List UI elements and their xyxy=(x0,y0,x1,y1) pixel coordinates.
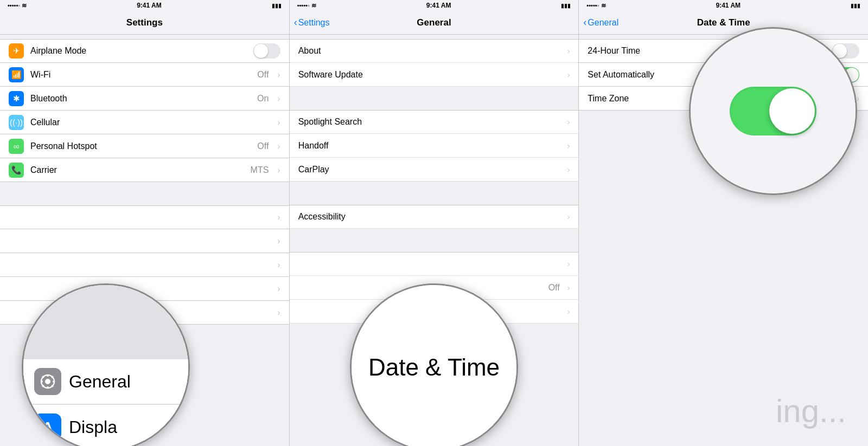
wifi-value: Off xyxy=(257,70,269,80)
wifi-chevron: › xyxy=(277,70,280,80)
handoff-chevron: › xyxy=(567,141,570,150)
spotlight-label: Spotlight Search xyxy=(298,117,560,127)
hotspot-icon: ∞ xyxy=(9,139,24,154)
panel-general: •••••◦ ≋ 9:41 AM ▮▮▮ ‹ Settings General … xyxy=(290,0,579,446)
panel-date-time: •••••◦ ≋ 9:41 AM ▮▮▮ ‹ General Date & Ti… xyxy=(579,0,868,446)
bluetooth-chevron: › xyxy=(277,94,280,104)
carplay-label: CarPlay xyxy=(298,165,560,174)
large-toggle-set-auto[interactable] xyxy=(730,87,816,135)
list-item-airplane[interactable]: ✈ Airplane Mode xyxy=(0,39,289,63)
off-value: Off xyxy=(548,283,560,293)
nav-bar-2: ‹ Settings General xyxy=(290,11,579,35)
airplane-label: Airplane Mode xyxy=(30,46,247,56)
magnify-general-icon xyxy=(34,368,61,395)
list-item-wifi[interactable]: 📶 Wi-Fi Off › xyxy=(0,63,289,87)
carrier-chevron: › xyxy=(277,165,280,175)
list-item-extra-3[interactable]: › xyxy=(0,253,289,277)
magnify-content-2: Date & Time xyxy=(352,285,516,446)
timezone-chevron: › xyxy=(857,94,859,104)
list-item-cellular[interactable]: ((·)) Cellular › xyxy=(0,111,289,134)
bottom-partial-text: ing... xyxy=(776,392,846,430)
nav-title-2: General xyxy=(417,17,451,28)
time-1: 9:41 AM xyxy=(137,2,162,9)
list-item-software-update[interactable]: Software Update › xyxy=(290,63,579,87)
about-chevron: › xyxy=(567,47,570,55)
list-item-accessibility[interactable]: Accessibility › xyxy=(290,205,579,229)
section-connectivity: ✈ Airplane Mode 📶 Wi-Fi Off › ✱ Bluetoot… xyxy=(0,35,289,182)
large-toggle-knob xyxy=(769,88,815,134)
list-item-extra-2[interactable]: › xyxy=(0,229,289,253)
list-item-bluetooth[interactable]: ✱ Bluetooth On › xyxy=(0,87,289,111)
section-general-2: Spotlight Search › Handoff › CarPlay › xyxy=(290,106,579,182)
nav-bar-3: ‹ General Date & Time xyxy=(579,11,868,35)
bluetooth-value: On xyxy=(257,94,269,104)
back-label-3: General xyxy=(588,18,618,28)
software-update-label: Software Update xyxy=(298,70,560,80)
nav-bar-1: Settings xyxy=(0,11,289,35)
list-item-hotspot[interactable]: ∞ Personal Hotspot Off › xyxy=(0,134,289,158)
section-gap-2a xyxy=(290,87,579,106)
hotspot-label: Personal Hotspot xyxy=(30,141,251,151)
accessibility-label: Accessibility xyxy=(298,212,560,222)
time-2: 9:41 AM xyxy=(426,2,451,9)
list-item-g4-1[interactable]: › xyxy=(290,252,579,276)
wifi-icon: 📶 xyxy=(9,67,24,82)
magnify-circle-3 xyxy=(689,27,857,195)
list-item-about[interactable]: About › xyxy=(290,39,579,63)
cellular-label: Cellular xyxy=(30,118,269,127)
magnify-content-3 xyxy=(691,29,856,193)
nav-title-3: Date & Time xyxy=(697,17,750,28)
airplane-icon: ✈ xyxy=(9,43,24,59)
accessibility-chevron: › xyxy=(567,212,570,221)
time-3: 9:41 AM xyxy=(716,2,741,9)
magnify-item-general[interactable]: General xyxy=(23,359,188,404)
section-general-1: About › Software Update › xyxy=(290,35,579,87)
nav-title-1: Settings xyxy=(126,17,163,28)
magnify-circle-1: › xyxy=(22,283,190,446)
cellular-icon: ((·)) xyxy=(9,115,24,130)
back-label-2: Settings xyxy=(298,18,330,28)
airplane-toggle-knob xyxy=(254,44,268,58)
hotspot-chevron: › xyxy=(277,141,280,151)
software-update-chevron: › xyxy=(567,70,570,79)
magnify-display-label: Displa xyxy=(69,417,117,437)
section-gap-1 xyxy=(0,182,289,201)
carrier-value: MTS xyxy=(251,165,269,175)
cellular-chevron: › xyxy=(277,118,280,127)
back-chevron-3: ‹ xyxy=(583,17,586,28)
carrier-label: Carrier xyxy=(30,165,244,175)
list-item-spotlight[interactable]: Spotlight Search › xyxy=(290,110,579,134)
hotspot-value: Off xyxy=(257,141,269,151)
list-item-carrier[interactable]: 📞 Carrier MTS › xyxy=(0,158,289,182)
back-to-settings[interactable]: ‹ Settings xyxy=(294,17,330,28)
signal-2: •••••◦ ≋ xyxy=(297,2,316,9)
status-bar-3: •••••◦ ≋ 9:41 AM ▮▮▮ xyxy=(579,0,868,11)
svg-point-1 xyxy=(45,379,50,384)
back-to-general[interactable]: ‹ General xyxy=(583,17,618,28)
section-gap-2c xyxy=(290,229,579,248)
battery-2: ▮▮▮ xyxy=(561,3,571,9)
bluetooth-label: Bluetooth xyxy=(30,94,251,104)
list-item-carplay[interactable]: CarPlay › xyxy=(290,158,579,182)
magnify-circle-2: Date & Time xyxy=(350,283,518,446)
signal-1: •••••◦ ≋ xyxy=(8,2,27,9)
magnify-date-time-text: Date & Time xyxy=(368,354,500,381)
airplane-toggle[interactable] xyxy=(253,43,280,59)
bluetooth-icon: ✱ xyxy=(9,91,24,106)
list-item-extra-1[interactable]: › xyxy=(0,205,289,229)
list-item-handoff[interactable]: Handoff › xyxy=(290,134,579,158)
battery-3: ▮▮▮ xyxy=(851,3,860,9)
wifi-label: Wi-Fi xyxy=(30,70,251,80)
section-gap-2b xyxy=(290,182,579,201)
panel-settings: •••••◦ ≋ 9:41 AM ▮▮▮ Settings ✈ Airplane… xyxy=(0,0,290,446)
status-bar-2: •••••◦ ≋ 9:41 AM ▮▮▮ xyxy=(290,0,579,11)
handoff-label: Handoff xyxy=(298,141,560,151)
carrier-icon: 📞 xyxy=(9,163,24,178)
magnify-general-label: General xyxy=(69,372,131,392)
magnify-content-1: › xyxy=(23,285,188,446)
spotlight-chevron: › xyxy=(567,118,570,126)
section-general-3: Accessibility › xyxy=(290,201,579,229)
status-bar-1: •••••◦ ≋ 9:41 AM ▮▮▮ xyxy=(0,0,289,11)
battery-1: ▮▮▮ xyxy=(272,3,282,9)
back-chevron-2: ‹ xyxy=(294,17,297,28)
